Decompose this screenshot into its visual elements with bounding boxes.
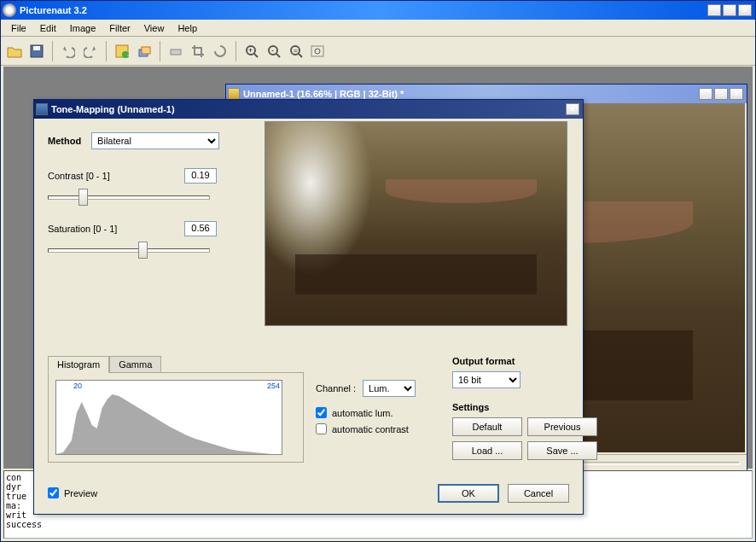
main-window: Picturenaut 3.2 _ □ × File Edit Image Fi… (0, 0, 756, 542)
save-button[interactable]: Save ... (527, 441, 597, 460)
contrast-label: Contrast [0 - 1] (48, 171, 110, 181)
svg-text:+: + (248, 46, 253, 55)
preview-checkbox[interactable]: Preview (48, 487, 97, 498)
menu-view[interactable]: View (137, 21, 172, 35)
menu-file[interactable]: File (4, 21, 33, 35)
open-icon[interactable] (4, 41, 25, 61)
close-button[interactable]: × (738, 4, 752, 16)
settings-label: Settings (452, 402, 597, 412)
workspace: Unnamed-1 (16.66% | RGB | 32-Bit) * _ □ … (3, 67, 753, 469)
zoom-in-icon[interactable]: + (241, 41, 262, 61)
saturation-slider[interactable] (48, 242, 210, 259)
svg-line-15 (299, 54, 302, 57)
layers-icon[interactable] (134, 41, 154, 61)
tab-histogram[interactable]: Histogram (48, 356, 109, 373)
auto-contrast-input[interactable] (316, 423, 327, 434)
doc-close-button[interactable]: × (730, 88, 743, 100)
load-button[interactable]: Load ... (452, 441, 522, 460)
svg-point-18 (315, 49, 320, 54)
tab-gamma[interactable]: Gamma (109, 356, 161, 372)
auto-lum-input[interactable] (316, 407, 327, 418)
zoom-100-icon[interactable] (308, 41, 329, 61)
crop-icon[interactable] (188, 41, 208, 61)
redo-icon[interactable] (80, 41, 101, 61)
menubar: File Edit Image Filter View Help (1, 20, 755, 37)
app-title: Picturenaut 3.2 (20, 5, 707, 15)
maximize-button[interactable]: □ (723, 4, 736, 16)
menu-filter[interactable]: Filter (102, 21, 137, 35)
menu-help[interactable]: Help (171, 21, 204, 35)
preview-input[interactable] (48, 487, 59, 498)
method-label: Method (48, 136, 81, 146)
dialog-titlebar[interactable]: Tone-Mapping (Unnamed-1) × (34, 100, 583, 119)
minimize-button[interactable]: _ (707, 4, 721, 16)
zoom-fit-icon[interactable]: = (286, 41, 306, 61)
svg-text:+: + (127, 51, 129, 58)
svg-text:=: = (294, 47, 298, 55)
dialog-close-button[interactable]: × (566, 103, 579, 115)
ok-button[interactable]: OK (438, 484, 499, 503)
saturation-value[interactable]: 0.56 (184, 221, 217, 236)
app-icon (3, 3, 16, 17)
rotate-icon[interactable] (210, 41, 230, 61)
svg-line-9 (254, 54, 258, 57)
dialog-icon (36, 103, 48, 115)
saturation-label: Saturation [0 - 1] (48, 224, 117, 234)
doc-title: Unnamed-1 (16.66% | RGB | 32-Bit) * (243, 89, 699, 99)
main-titlebar[interactable]: Picturenaut 3.2 _ □ × (1, 1, 755, 20)
doc-icon (228, 88, 240, 100)
log-line: success (6, 520, 750, 529)
save-icon[interactable] (26, 41, 47, 61)
histogram-chart: 20 254 (55, 380, 282, 455)
contrast-value[interactable]: 0.19 (184, 168, 217, 184)
histogram-panel: 20 254 (48, 372, 304, 463)
tone-mapping-dialog: Tone-Mapping (Unnamed-1) × Method Bilate… (33, 99, 584, 515)
doc-minimize-button[interactable]: _ (699, 88, 712, 100)
svg-rect-17 (311, 46, 323, 56)
channel-select[interactable]: Lum. (363, 380, 416, 397)
saturation-thumb[interactable] (138, 242, 148, 259)
church-preview (265, 122, 567, 325)
contrast-slider[interactable] (48, 189, 210, 206)
toolbar: + + - = (1, 37, 755, 66)
svg-rect-7 (171, 50, 181, 55)
output-format-label: Output format (452, 356, 597, 366)
default-button[interactable]: Default (452, 417, 522, 436)
zoom-out-icon[interactable]: - (264, 41, 284, 61)
output-format-select[interactable]: 16 bit (452, 371, 520, 388)
doc-maximize-button[interactable]: □ (714, 88, 728, 100)
undo-icon[interactable] (58, 41, 79, 61)
svg-text:-: - (271, 46, 274, 55)
auto-contrast-checkbox[interactable]: automatic contrast (316, 423, 416, 434)
contrast-thumb[interactable] (79, 189, 88, 206)
tabs: Histogram Gamma (48, 356, 304, 372)
hdr-icon[interactable]: + (112, 41, 132, 61)
dialog-title: Tone-Mapping (Unnamed-1) (51, 104, 566, 114)
svg-line-12 (276, 54, 280, 57)
previous-button[interactable]: Previous (527, 417, 597, 436)
preview-image (265, 121, 567, 326)
auto-lum-checkbox[interactable]: automatic lum. (316, 407, 416, 418)
tool-icon[interactable] (166, 41, 186, 61)
method-select[interactable]: Bilateral (91, 132, 219, 149)
menu-edit[interactable]: Edit (33, 21, 63, 35)
channel-label: Channel : (316, 383, 356, 393)
svg-rect-6 (142, 47, 150, 54)
svg-rect-1 (33, 46, 40, 50)
menu-image[interactable]: Image (63, 21, 103, 35)
cancel-button[interactable]: Cancel (508, 484, 569, 503)
